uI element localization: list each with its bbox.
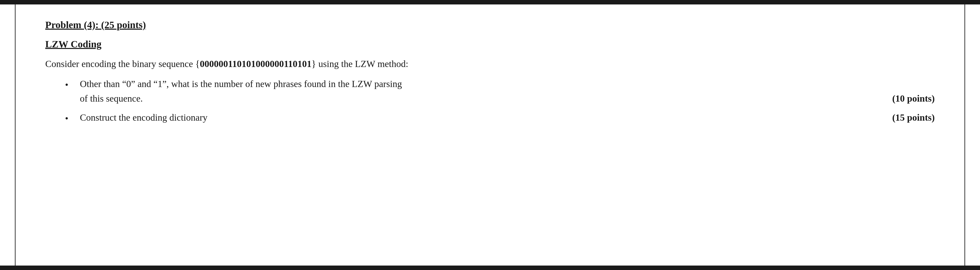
list-item: • Other than “0” and “1”, what is the nu… bbox=[65, 77, 935, 106]
bullet-text-part1: Other than “0” and “1”, what is the numb… bbox=[80, 77, 402, 91]
problem-subtitle: LZW Coding bbox=[45, 37, 935, 51]
main-content: Problem (4): (25 points) LZW Coding Cons… bbox=[15, 5, 965, 265]
description-suffix: } using the LZW method: bbox=[312, 59, 408, 69]
binary-sequence: 000000110101000000110101 bbox=[200, 59, 312, 69]
bullet-text-2: Construct the encoding dictionary bbox=[80, 110, 892, 125]
bullet-content: Construct the encoding dictionary (15 po… bbox=[80, 110, 935, 125]
second-line: of this sequence. (10 points) bbox=[80, 91, 935, 106]
first-line: Other than “0” and “1”, what is the numb… bbox=[80, 77, 935, 91]
points-badge-2: (15 points) bbox=[892, 110, 935, 125]
bullet-content: Other than “0” and “1”, what is the numb… bbox=[80, 77, 935, 106]
page-wrapper: Problem (4): (25 points) LZW Coding Cons… bbox=[0, 0, 980, 270]
points-badge-1: (10 points) bbox=[892, 91, 935, 106]
bullet-text-part2: of this sequence. bbox=[80, 91, 892, 106]
problem-description: Consider encoding the binary sequence {0… bbox=[45, 57, 935, 71]
top-bar bbox=[0, 0, 980, 5]
bottom-bar bbox=[0, 265, 980, 270]
second-line: Construct the encoding dictionary (15 po… bbox=[80, 110, 935, 125]
bullet-icon: • bbox=[65, 111, 75, 126]
description-prefix: Consider encoding the binary sequence { bbox=[45, 59, 200, 69]
list-item: • Construct the encoding dictionary (15 … bbox=[65, 110, 935, 126]
problem-title: Problem (4): (25 points) bbox=[45, 18, 935, 32]
bullet-icon: • bbox=[65, 78, 75, 92]
bullet-list: • Other than “0” and “1”, what is the nu… bbox=[45, 77, 935, 126]
